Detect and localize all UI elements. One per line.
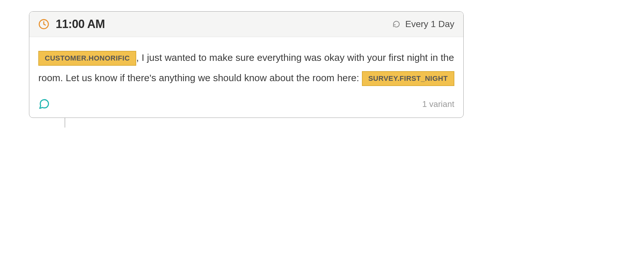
- schedule-time: 11:00 AM: [56, 17, 105, 31]
- schedule-recurrence: Every 1 Day: [405, 19, 455, 29]
- connector-vertical: [64, 118, 65, 128]
- token-customer-honorific[interactable]: CUSTOMER.HONORIFIC: [38, 51, 136, 65]
- header-right: Every 1 Day: [393, 19, 455, 29]
- card-header: 11:00 AM Every 1 Day: [29, 12, 463, 37]
- message-card[interactable]: 11:00 AM Every 1 Day CUSTOMER.HONORIFIC,…: [29, 11, 464, 118]
- chat-bubble-icon[interactable]: [38, 98, 50, 110]
- token-survey-first-night[interactable]: SURVEY.FIRST_NIGHT: [362, 71, 454, 86]
- card-footer: 1 variant: [29, 98, 463, 118]
- variant-count: 1 variant: [422, 99, 454, 109]
- refresh-icon: [393, 20, 400, 28]
- clock-icon: [38, 19, 49, 30]
- header-left: 11:00 AM: [38, 17, 105, 31]
- card-body: CUSTOMER.HONORIFIC, I just wanted to mak…: [29, 37, 463, 96]
- message-text: CUSTOMER.HONORIFIC, I just wanted to mak…: [38, 47, 454, 88]
